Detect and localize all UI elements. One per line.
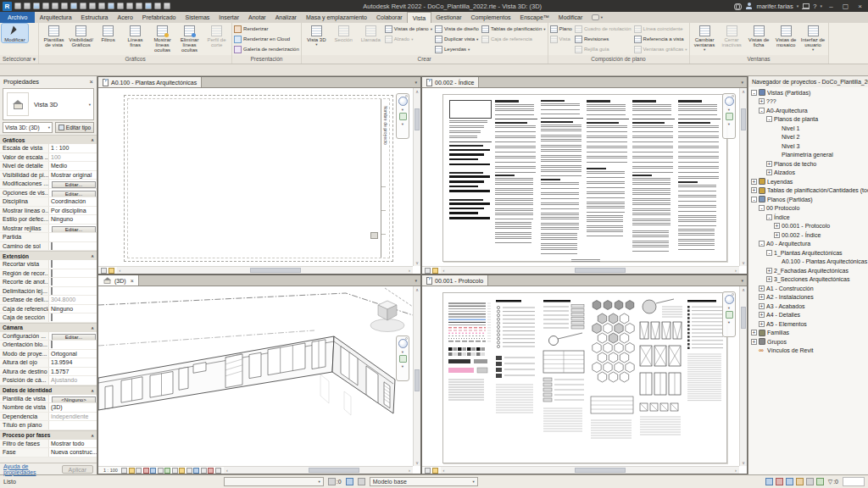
import-status-icon[interactable]: [796, 478, 804, 485]
scroll-right-icon[interactable]: ›: [732, 267, 739, 274]
tree-item-planos-de-planta[interactable]: -Planos de planta: [748, 115, 868, 125]
expand-icon[interactable]: +: [751, 187, 757, 193]
tab-list-icon[interactable]: ▾: [411, 275, 420, 286]
tree-item-alzados[interactable]: +Alzados: [748, 169, 868, 178]
scrollbar-thumb[interactable]: [741, 108, 746, 130]
horizontal-scrollbar[interactable]: ‹ ›: [117, 267, 414, 274]
property-value[interactable]: Editar...: [48, 180, 97, 188]
tree-item-00-protocolo[interactable]: -00 Protocolo: [748, 204, 868, 214]
ribbon-panel-title[interactable]: Presentación: [232, 55, 301, 64]
editable-only-toggle[interactable]: :0: [328, 478, 342, 485]
scroll-down-icon[interactable]: ∨: [414, 459, 420, 466]
navigation-bar[interactable]: ▾ ▾: [396, 93, 409, 139]
property-group-proceso-por-fases[interactable]: Proceso por fases∧: [0, 430, 97, 440]
expand-icon[interactable]: +: [751, 179, 757, 185]
link-edit-icon[interactable]: [786, 478, 793, 485]
collapse-icon[interactable]: -: [751, 90, 757, 96]
checkbox[interactable]: [51, 341, 53, 348]
ribbon-panel-title[interactable]: Crear: [302, 55, 548, 64]
maximize-button[interactable]: ▢: [840, 3, 851, 10]
property-value[interactable]: [48, 233, 97, 241]
scroll-up-icon[interactable]: ∧: [740, 286, 747, 293]
property-value[interactable]: Coordinación: [48, 197, 97, 206]
ribbon-tab-complementos[interactable]: Complementos: [466, 12, 515, 23]
save-icon[interactable]: [33, 3, 40, 9]
property-value[interactable]: Editar...: [48, 189, 97, 197]
ribbon-button-plantillas-de-vista[interactable]: Plantillas de vista: [41, 24, 67, 47]
select-toggle-icon[interactable]: [816, 478, 824, 485]
tree-item-planimetria-general[interactable]: -Planimetría general: [748, 151, 868, 160]
scroll-left-icon[interactable]: ‹: [224, 467, 231, 474]
caret-down-icon[interactable]: ▾: [402, 364, 403, 369]
ribbon-button-cambiar-ventanas[interactable]: Cambiar ventanas▾: [692, 24, 718, 53]
minimize-button[interactable]: –: [826, 3, 837, 10]
ribbon-options-pill[interactable]: ▾: [587, 12, 607, 23]
sync-icon[interactable]: [42, 3, 49, 9]
caret-down-icon[interactable]: ▾: [402, 108, 403, 112]
user-name[interactable]: marifer.farias: [756, 3, 793, 10]
collapse-icon[interactable]: ∧: [91, 433, 94, 438]
caret-down-icon[interactable]: ▾: [728, 320, 730, 324]
section-icon[interactable]: [126, 3, 133, 9]
measure-icon[interactable]: [80, 3, 86, 9]
ribbon-tab-masa-y-emplazamiento[interactable]: Masa y emplazamiento: [301, 12, 371, 23]
caret-down-icon[interactable]: ▾: [543, 27, 545, 31]
collapse-icon[interactable]: -: [759, 108, 765, 114]
property-value[interactable]: Ajustando: [48, 376, 97, 385]
ribbon-button-vista-3d[interactable]: Vista 3D▾: [303, 24, 330, 47]
ribbon-tab-modificar[interactable]: Modificar: [554, 12, 587, 23]
design-options-icon[interactable]: [346, 478, 353, 485]
tree-item-a1-construccion[interactable]: +A1 - Construcción: [748, 284, 868, 293]
detail-level-icon[interactable]: [101, 268, 107, 274]
property-group-graficos[interactable]: Gráficos∧: [0, 135, 97, 144]
property-group-datos-de-identidad[interactable]: Datos de identidad∧: [0, 385, 97, 395]
active-option-icon[interactable]: [358, 478, 365, 485]
visual-style-icon[interactable]: [136, 468, 142, 474]
tree-item-00-001-protocolo[interactable]: +00.001 - Protocolo: [748, 222, 868, 231]
property-value[interactable]: [48, 421, 97, 430]
view-selector[interactable]: Vista 3D: (3D) ▾: [3, 122, 53, 133]
checkbox[interactable]: [51, 242, 53, 250]
ribbon-button-duplicar-vista[interactable]: Duplicar vista▾: [435, 34, 479, 44]
close-icon[interactable]: ×: [90, 78, 93, 86]
type-selector[interactable]: Vista 3D ▾: [3, 88, 94, 120]
close-button[interactable]: ×: [854, 3, 865, 10]
ribbon-button-visibilidad-graficos[interactable]: Visibilidad/ Gráficos: [68, 24, 94, 47]
ribbon-tab-insertar[interactable]: Insertar: [214, 12, 244, 23]
ribbon-tab-anotar[interactable]: Anotar: [244, 12, 271, 23]
horizontal-scrollbar[interactable]: ‹ ›: [224, 467, 413, 474]
checkbox[interactable]: [51, 269, 53, 277]
collapse-icon[interactable]: ∧: [91, 137, 94, 142]
collapse-icon[interactable]: -: [766, 116, 772, 122]
collapse-icon[interactable]: ∧: [91, 253, 94, 258]
navbar-options-icon[interactable]: [405, 337, 408, 340]
default-3d-view-icon[interactable]: [117, 3, 124, 9]
property-value[interactable]: Ortogonal: [48, 350, 97, 358]
thin-lines-icon[interactable]: [136, 3, 142, 9]
property-edit-button[interactable]: Editar...: [52, 334, 96, 341]
scrollbar-thumb[interactable]: [415, 108, 420, 130]
ribbon-button-filtros[interactable]: Filtros: [95, 24, 121, 42]
view-control-bar[interactable]: [422, 267, 441, 274]
collapse-icon[interactable]: -: [766, 250, 772, 256]
view-tab-active[interactable]: (3D) ×: [98, 275, 139, 286]
tree-item-1-plantas-arquitectonicas[interactable]: -1_Plantas Arquitectónicas: [748, 248, 868, 258]
file-tab[interactable]: Archivo: [0, 12, 35, 23]
caret-down-icon[interactable]: ▾: [319, 480, 320, 484]
scroll-down-icon[interactable]: ∨: [414, 259, 420, 266]
apply-button[interactable]: Aplicar: [62, 465, 93, 474]
expand-icon[interactable]: +: [759, 98, 765, 104]
sun-path-icon[interactable]: [143, 468, 149, 474]
navigation-bar[interactable]: ▾ ▾: [722, 291, 736, 337]
unlocked-view-icon[interactable]: [179, 468, 185, 474]
property-edit-button[interactable]: Editar...: [52, 191, 96, 197]
ribbon-button-renderizar[interactable]: Renderizar: [234, 24, 299, 34]
scrollbar-thumb[interactable]: [309, 468, 359, 473]
horizontal-scrollbar[interactable]: ‹ ›: [441, 467, 740, 474]
expand-icon[interactable]: +: [751, 339, 757, 345]
expand-icon[interactable]: +: [774, 232, 780, 238]
checkbox[interactable]: [51, 260, 53, 268]
steering-wheel-icon[interactable]: [725, 97, 734, 106]
property-value[interactable]: [48, 287, 97, 296]
property-group-camara[interactable]: Cámara∧: [0, 323, 97, 332]
